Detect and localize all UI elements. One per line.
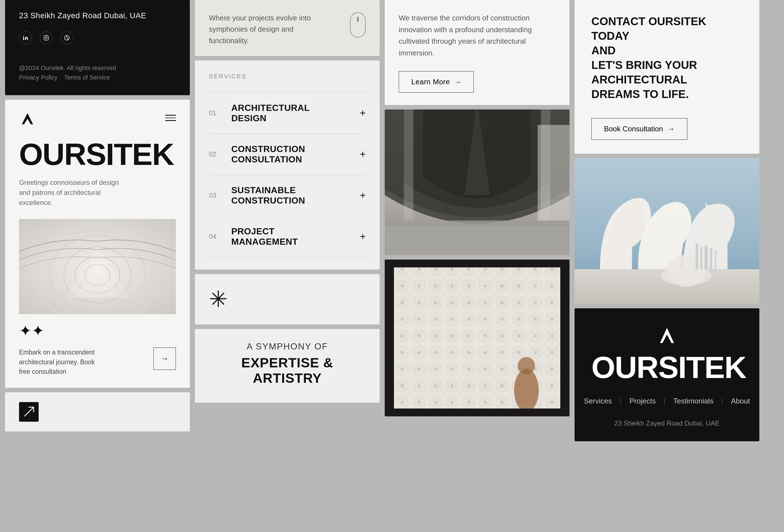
expertise-paragraph: We traverse the corridors of constructio… — [399, 12, 556, 59]
dark-logo-icon — [656, 325, 678, 343]
services-label: SERVICES — [209, 73, 366, 80]
privacy-link[interactable]: Privacy Policy — [19, 74, 57, 81]
expand-icon-4[interactable]: + — [360, 231, 366, 243]
service-name-4: PROJECTMANAGEMENT — [231, 226, 360, 247]
arch-ceiling-image — [385, 110, 569, 255]
cta-arrow-button[interactable]: → — [153, 347, 176, 370]
learn-more-arrow-icon: → — [454, 78, 461, 86]
linkedin-icon[interactable] — [19, 31, 32, 44]
hero-card: OURSITEK Greetings connoisseurs of desig… — [5, 100, 190, 388]
svg-point-3 — [47, 36, 48, 37]
dark-footer-address: 23 Sheikh Zayed Road Dubai, UAE — [591, 419, 743, 427]
svg-rect-35 — [715, 250, 717, 269]
service-num-2: 02 — [209, 150, 226, 158]
cta-text: Embark on a transcendent architectural j… — [19, 347, 103, 376]
learn-more-button[interactable]: Learn More → — [399, 71, 474, 93]
tagline-card: A SYMPHONY OF EXPERTISE & ARTISTRY — [195, 329, 380, 403]
contact-card: CONTACT OURSITEK TODAY AND LET'S BRING Y… — [575, 0, 759, 154]
svg-rect-15 — [404, 110, 413, 221]
expand-icon-1[interactable]: + — [360, 107, 366, 119]
sparkle-icon: ✦✦ — [19, 322, 176, 340]
expand-icon-3[interactable]: + — [360, 190, 366, 201]
dark-footer-nav: Services | Projects | Testimonials | Abo… — [591, 397, 743, 405]
contact-title: CONTACT OURSITEK TODAY AND LET'S BRING Y… — [591, 14, 743, 101]
hamburger-menu[interactable] — [165, 115, 176, 121]
dark-footer-card: OURSITEK Services | Projects | Testimoni… — [575, 308, 759, 441]
service-name-2: CONSTRUCTIONCONSULTATION — [231, 144, 360, 165]
svg-rect-34 — [710, 249, 712, 269]
hero-subtitle: Greetings connoisseurs of design and pat… — [19, 177, 125, 208]
nav-testimonials[interactable]: Testimonials — [666, 397, 721, 405]
hero-title: OURSITEK — [19, 139, 176, 170]
dark-footer-title: OURSITEK — [591, 352, 743, 383]
book-btn-label: Book Consultation — [604, 124, 663, 133]
svg-rect-32 — [700, 247, 702, 269]
service-num-3: 03 — [209, 192, 226, 199]
service-item-4[interactable]: 04 PROJECTMANAGEMENT + — [209, 216, 366, 257]
footer-address: 23 Sheikh Zayed Road Dubai, UAE — [19, 11, 176, 20]
service-item-3[interactable]: 03 SUSTAINABLECONSTRUCTION + — [209, 175, 366, 216]
dribbble-icon[interactable] — [60, 31, 73, 44]
book-btn-arrow-icon: → — [668, 124, 675, 133]
footer-card: 23 Sheikh Zayed Road Dubai, UAE @2024 Ou… — [5, 0, 190, 95]
sculpture-image — [575, 158, 759, 304]
service-num-4: 04 — [209, 233, 226, 241]
logo-icon[interactable] — [19, 111, 36, 125]
terms-link[interactable]: Terms of Service — [64, 74, 110, 81]
arrow-icon — [19, 402, 39, 422]
svg-rect-1 — [44, 35, 49, 40]
expand-icon-2[interactable]: + — [360, 148, 366, 160]
mouse-scroll-icon — [350, 12, 366, 37]
service-item-2[interactable]: 02 CONSTRUCTIONCONSULTATION + — [209, 134, 366, 175]
service-num-1: 01 — [209, 109, 226, 117]
svg-rect-33 — [704, 245, 707, 269]
instagram-icon[interactable] — [40, 31, 53, 44]
svg-rect-31 — [696, 244, 698, 269]
icon-card — [5, 392, 190, 431]
tagline-line1: A SYMPHONY OF — [209, 341, 366, 352]
copyright-text: @2024 Oursitek. All rights reserved — [19, 64, 176, 72]
svg-point-0 — [23, 35, 24, 36]
svg-point-26 — [518, 357, 535, 375]
svg-point-30 — [667, 255, 705, 287]
service-name-3: SUSTAINABLECONSTRUCTION — [231, 185, 360, 206]
nav-about[interactable]: About — [723, 397, 758, 405]
hero-image — [19, 219, 176, 314]
expertise-text-card: We traverse the corridors of constructio… — [385, 0, 569, 105]
asterisk-card: ✳ — [195, 274, 380, 325]
service-item-1[interactable]: 01 ARCHITECTURALDESIGN + — [209, 92, 366, 134]
nav-bar — [19, 111, 176, 125]
cta-section: Embark on a transcendent architectural j… — [19, 347, 176, 376]
svg-point-2 — [45, 37, 47, 39]
nav-projects[interactable]: Projects — [622, 397, 664, 405]
learn-more-label: Learn More — [411, 78, 450, 86]
services-card: SERVICES 01 ARCHITECTURALDESIGN + 02 CON… — [195, 60, 380, 270]
tagline-line2: EXPERTISE & ARTISTRY — [209, 355, 366, 386]
asterisk-icon: ✳ — [209, 288, 228, 310]
tile-pattern-image — [385, 259, 569, 416]
service-name-1: ARCHITECTURALDESIGN — [231, 103, 360, 123]
svg-rect-14 — [385, 227, 569, 255]
intro-text-card: Where your projects evolve into symphoni… — [195, 0, 380, 56]
book-consultation-button[interactable]: Book Consultation → — [591, 118, 688, 140]
intro-text: Where your projects evolve into symphoni… — [209, 12, 315, 46]
svg-rect-17 — [538, 125, 569, 221]
nav-services[interactable]: Services — [576, 397, 620, 405]
